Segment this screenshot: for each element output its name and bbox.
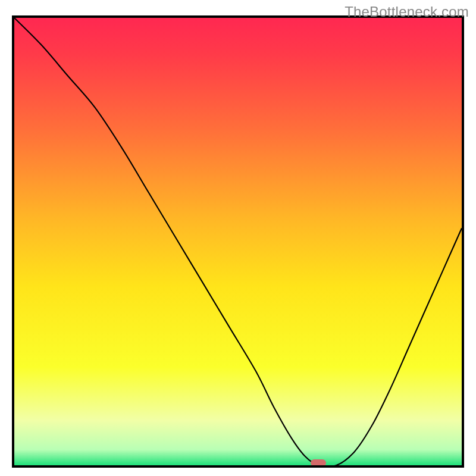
bottleneck-curve (14, 18, 462, 465)
watermark-text: TheBottleneck.com (345, 4, 469, 20)
plot-area (12, 15, 464, 468)
curve-layer (14, 18, 462, 465)
figure-wrapper: TheBottleneck.com (0, 0, 476, 476)
optimal-marker (311, 459, 326, 466)
